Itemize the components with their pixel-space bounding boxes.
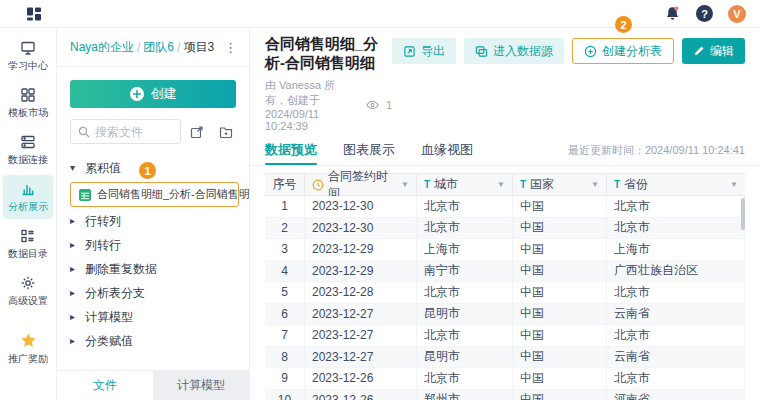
table-cell: 北京市 bbox=[417, 196, 513, 217]
app-logo-icon[interactable] bbox=[26, 6, 42, 22]
pencil-icon bbox=[693, 45, 705, 57]
create-button[interactable]: 创建 bbox=[70, 80, 236, 108]
header-buttons: 导出 进入数据源 2 创建分析表 bbox=[392, 38, 745, 64]
breadcrumb-org[interactable]: Naya的企业 bbox=[70, 39, 134, 56]
table-cell: 上海市 bbox=[607, 239, 745, 260]
column-header-4[interactable]: T省份▼ bbox=[607, 174, 745, 195]
sidebar-item-template-market[interactable]: 模板市场 bbox=[3, 81, 53, 125]
panel-tab-计算模型[interactable]: 计算模型 bbox=[153, 371, 249, 400]
column-header-2[interactable]: T城市▼ bbox=[417, 174, 513, 195]
main-tab-血缘视图[interactable]: 血缘视图 bbox=[421, 135, 473, 165]
table-cell: 北京市 bbox=[607, 196, 745, 217]
search-box bbox=[70, 119, 181, 144]
column-header-1[interactable]: 合同签约时间▼ bbox=[305, 174, 417, 195]
tree-item[interactable]: ▸分类赋值 bbox=[70, 329, 243, 353]
table-cell: 中国 bbox=[513, 239, 607, 260]
annotation-badge-1: 1 bbox=[139, 162, 156, 179]
create-analysis-table-button[interactable]: 2 创建分析表 bbox=[572, 38, 674, 64]
breadcrumb-project: 项目3 bbox=[183, 39, 214, 56]
nav-rail: 学习中心模板市场数据连接分析展示数据目录高级设置 推广奖励 bbox=[0, 28, 57, 400]
new-folder-button[interactable] bbox=[213, 119, 239, 144]
search-input[interactable] bbox=[95, 125, 165, 139]
sidebar-item-advanced-settings[interactable]: 高级设置 bbox=[3, 269, 53, 313]
table-cell: 3 bbox=[265, 239, 305, 260]
user-avatar[interactable]: V bbox=[728, 5, 746, 23]
column-label: 城市 bbox=[434, 176, 458, 193]
table-cell: 中国 bbox=[513, 196, 607, 217]
table-cell: 南宁市 bbox=[417, 261, 513, 282]
export-button[interactable]: 导出 bbox=[392, 38, 456, 64]
table-cell: 昆明市 bbox=[417, 347, 513, 368]
table-cell: 2023-12-26 bbox=[305, 368, 417, 389]
table-scrollbar[interactable] bbox=[741, 198, 745, 230]
page-title: 合同销售明细_分析-合同销售明细 bbox=[265, 35, 392, 73]
tree-item[interactable]: ▸列转行 bbox=[70, 233, 243, 257]
notification-bell-icon[interactable] bbox=[664, 5, 681, 22]
plus-circle-outline-icon bbox=[584, 45, 597, 58]
tree-item-label: 行转列 bbox=[85, 213, 121, 230]
enter-datasource-button[interactable]: 进入数据源 bbox=[464, 38, 564, 64]
sidebar-item-data-connection[interactable]: 数据连接 bbox=[3, 128, 53, 172]
table-cell: 中国 bbox=[513, 347, 607, 368]
tree-group-cumulative[interactable]: ▾ 累积值 bbox=[70, 156, 243, 180]
help-button[interactable]: ? bbox=[696, 5, 713, 22]
sidebar-item-promo-reward[interactable]: 推广奖励 bbox=[3, 326, 53, 371]
table-cell: 北京市 bbox=[417, 218, 513, 239]
view-count: 1 bbox=[386, 99, 392, 111]
breadcrumb: Naya的企业 / 团队6 / 项目3 ⋮ bbox=[57, 28, 249, 67]
market-icon bbox=[20, 87, 36, 103]
tree-item-label: 删除重复数据 bbox=[85, 261, 157, 278]
datasource-icon bbox=[475, 45, 488, 58]
panel-tab-文件[interactable]: 文件 bbox=[57, 371, 153, 400]
table-cell: 中国 bbox=[513, 282, 607, 303]
table-cell: 7 bbox=[265, 325, 305, 346]
table-cell: 云南省 bbox=[607, 304, 745, 325]
analysis-icon bbox=[20, 181, 36, 197]
tree-item[interactable]: ▸行转列 bbox=[70, 209, 243, 233]
text-type-icon: T bbox=[614, 179, 620, 190]
table-cell: 北京市 bbox=[417, 368, 513, 389]
column-header-3[interactable]: T国家▼ bbox=[513, 174, 607, 195]
column-dropdown-icon[interactable]: ▼ bbox=[401, 180, 409, 189]
breadcrumb-separator: / bbox=[137, 41, 140, 55]
dataconn-icon bbox=[20, 134, 36, 150]
table-row: 82023-12-27昆明市中国云南省 bbox=[265, 347, 745, 369]
tree-item-selected[interactable]: 1 合同销售明细_分析-合同销售明细 bbox=[70, 182, 239, 207]
kebab-menu-icon[interactable]: ⋮ bbox=[220, 41, 241, 54]
plus-circle-icon bbox=[130, 87, 144, 101]
tree-item[interactable]: ▸删除重复数据 bbox=[70, 257, 243, 281]
sidebar-item-data-catalog[interactable]: 数据目录 bbox=[3, 222, 53, 266]
tree-item[interactable]: ▸分析表分支 bbox=[70, 281, 243, 305]
table-row: 92023-12-26北京市中国北京市 bbox=[265, 368, 745, 390]
table-cell: 北京市 bbox=[607, 325, 745, 346]
last-update-time: 最近更新时间：2024/09/11 10:24:41 bbox=[568, 143, 745, 158]
caret-down-icon: ▾ bbox=[70, 163, 79, 173]
table-cell: 2023-12-27 bbox=[305, 304, 417, 325]
column-dropdown-icon[interactable]: ▼ bbox=[730, 180, 738, 189]
table-cell: 1 bbox=[265, 196, 305, 217]
table-file-icon bbox=[78, 188, 92, 202]
expand-window-button[interactable] bbox=[184, 119, 210, 144]
main-tab-图表展示[interactable]: 图表展示 bbox=[343, 135, 395, 165]
breadcrumb-separator: / bbox=[177, 41, 180, 55]
column-dropdown-icon[interactable]: ▼ bbox=[591, 180, 599, 189]
table-cell: 昆明市 bbox=[417, 304, 513, 325]
sidebar-item-label: 数据目录 bbox=[8, 247, 48, 261]
learn-icon bbox=[20, 40, 36, 56]
column-dropdown-icon[interactable]: ▼ bbox=[497, 180, 505, 189]
caret-right-icon: ▸ bbox=[70, 336, 79, 346]
annotation-badge-2: 2 bbox=[615, 16, 632, 33]
tree-item[interactable]: ▸计算模型 bbox=[70, 305, 243, 329]
sidebar-item-analysis-display[interactable]: 分析展示 bbox=[3, 175, 53, 219]
table-cell: 中国 bbox=[513, 368, 607, 389]
edit-button[interactable]: 编辑 bbox=[682, 38, 745, 64]
file-tree: ▾ 累积值 1 合同销售明细_分析-合同销售明细 ▸行转列▸列转行▸删除重复数据… bbox=[57, 144, 249, 370]
sidebar-item-label: 分析展示 bbox=[8, 200, 48, 214]
main-header: 合同销售明细_分析-合同销售明细 由 Vanessa 所有，创建于 2024/0… bbox=[250, 28, 760, 132]
table-row: 62023-12-27昆明市中国云南省 bbox=[265, 304, 745, 326]
table-row: 72023-12-27北京市中国北京市 bbox=[265, 325, 745, 347]
sidebar-item-learning-center[interactable]: 学习中心 bbox=[3, 34, 53, 78]
main-tab-数据预览[interactable]: 数据预览 bbox=[265, 135, 317, 165]
table-cell: 北京市 bbox=[607, 218, 745, 239]
breadcrumb-team[interactable]: 团队6 bbox=[143, 39, 174, 56]
